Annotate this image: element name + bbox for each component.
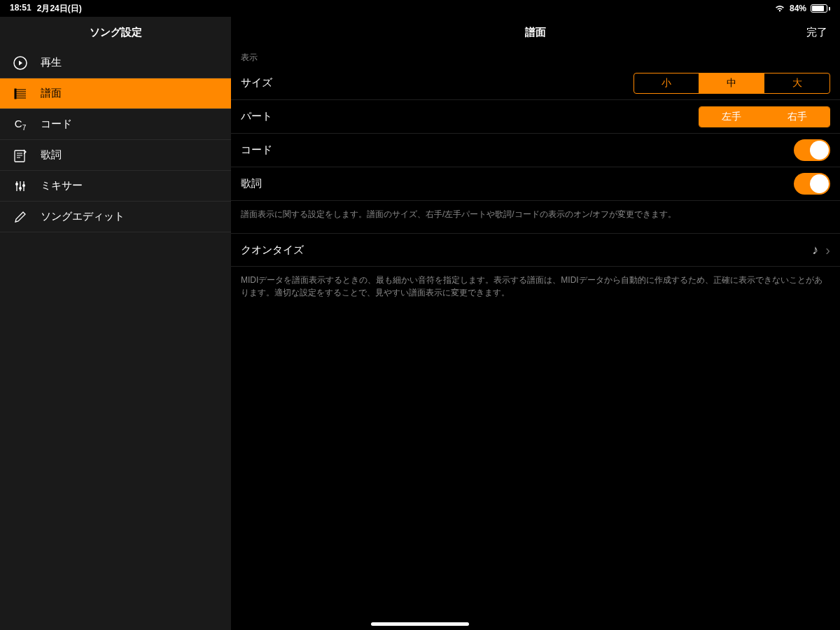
svg-rect-1 <box>15 89 16 99</box>
sidebar-item-label: 歌詞 <box>41 148 62 162</box>
status-time: 18:51 <box>10 3 31 15</box>
sidebar-item-lyrics[interactable]: 歌詞 <box>0 140 231 171</box>
row-chord: コード <box>231 134 840 167</box>
main-header: 譜面 完了 <box>231 17 840 48</box>
row-label: クオンタイズ <box>241 244 304 257</box>
row-size: サイズ 小 中 大 <box>231 66 840 100</box>
sidebar: ソング設定 再生 譜面 C7 コード 歌詞 <box>0 17 231 630</box>
chord-toggle[interactable] <box>794 139 830 161</box>
sidebar-item-edit[interactable]: ソングエディット <box>0 202 231 232</box>
size-option-medium[interactable]: 中 <box>699 74 764 93</box>
sidebar-item-label: コード <box>41 118 72 131</box>
row-lyrics: 歌詞 <box>231 167 840 201</box>
row-part: パート 左手 右手 <box>231 100 840 134</box>
sidebar-item-score[interactable]: 譜面 <box>0 78 231 109</box>
status-bar: 18:51 2月24日(日) 84% <box>0 0 840 17</box>
row-label: コード <box>241 144 272 157</box>
svg-point-3 <box>15 183 18 186</box>
section-label-display: 表示 <box>231 48 840 66</box>
battery-icon <box>811 4 830 13</box>
size-segmented-control[interactable]: 小 中 大 <box>634 73 830 94</box>
lyrics-icon <box>13 148 28 163</box>
lyrics-toggle[interactable] <box>794 173 830 195</box>
score-icon <box>13 86 28 102</box>
home-indicator[interactable] <box>371 622 469 626</box>
done-button[interactable]: 完了 <box>806 26 827 39</box>
edit-icon <box>13 209 28 225</box>
sidebar-item-label: ソングエディット <box>41 210 125 223</box>
part-option-left[interactable]: 左手 <box>699 107 764 127</box>
size-option-large[interactable]: 大 <box>764 74 830 93</box>
sidebar-item-label: 譜面 <box>41 87 62 100</box>
chord-icon: C7 <box>13 117 28 132</box>
svg-rect-2 <box>15 150 24 162</box>
row-label: サイズ <box>241 76 272 90</box>
note-icon: ♪ <box>812 243 818 258</box>
main-panel: 譜面 完了 表示 サイズ 小 中 大 パート 左手 右手 コード 歌詞 <box>231 17 840 630</box>
battery-percent: 84% <box>790 4 806 13</box>
row-quantize[interactable]: クオンタイズ ♪ › <box>231 233 840 267</box>
chevron-right-icon: › <box>825 242 830 258</box>
part-option-right[interactable]: 右手 <box>764 107 830 127</box>
sidebar-item-mixer[interactable]: ミキサー <box>0 171 231 202</box>
sidebar-title: ソング設定 <box>0 17 231 48</box>
wifi-icon <box>774 4 785 13</box>
row-label: パート <box>241 110 272 123</box>
sidebar-item-chord[interactable]: C7 コード <box>0 109 231 140</box>
status-date: 2月24日(日) <box>37 3 82 15</box>
row-label: 歌詞 <box>241 177 262 190</box>
display-help-text: 譜面表示に関する設定をします。譜面のサイズ、右手/左手パートや歌詞/コードの表示… <box>231 201 840 233</box>
part-segmented-control[interactable]: 左手 右手 <box>699 106 830 127</box>
sidebar-item-label: 再生 <box>41 56 62 69</box>
size-option-small[interactable]: 小 <box>634 74 699 93</box>
sidebar-item-label: ミキサー <box>41 179 83 192</box>
play-icon <box>13 55 28 71</box>
svg-point-4 <box>19 187 22 190</box>
svg-point-5 <box>22 184 25 187</box>
quantize-help-text: MIDIデータを譜面表示するときの、最も細かい音符を指定します。表示する譜面は、… <box>231 267 840 312</box>
mixer-icon <box>13 178 28 194</box>
main-title: 譜面 <box>525 26 546 39</box>
sidebar-item-playback[interactable]: 再生 <box>0 48 231 78</box>
